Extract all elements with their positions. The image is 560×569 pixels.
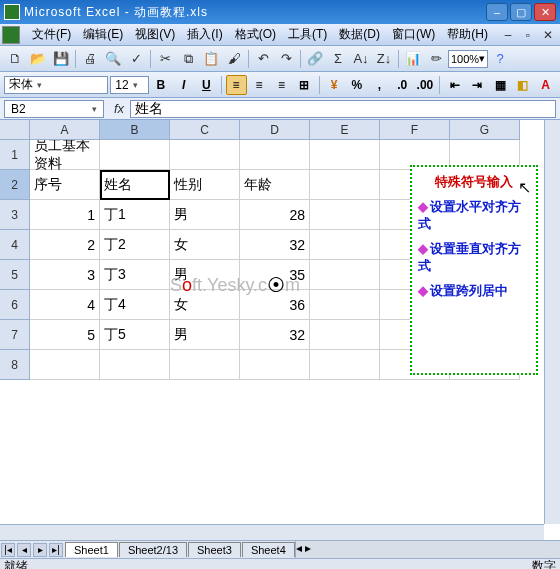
tab-nav-last[interactable]: ▸| <box>49 543 63 557</box>
spell-button[interactable]: ✓ <box>125 49 147 69</box>
cell-D5[interactable]: 35 <box>240 260 310 290</box>
font-color-button[interactable]: A <box>535 75 556 95</box>
align-right-button[interactable]: ≡ <box>271 75 292 95</box>
menu-help[interactable]: 帮助(H) <box>441 24 494 45</box>
autosum-button[interactable]: Σ <box>327 49 349 69</box>
cell-A4[interactable]: 2 <box>30 230 100 260</box>
hyperlink-button[interactable]: 🔗 <box>304 49 326 69</box>
vertical-scrollbar[interactable] <box>544 120 560 524</box>
cell-B5[interactable]: 丁3 <box>100 260 170 290</box>
select-all-corner[interactable] <box>0 120 30 140</box>
format-painter-button[interactable]: 🖌 <box>223 49 245 69</box>
cell-C4[interactable]: 女 <box>170 230 240 260</box>
row-header-6[interactable]: 6 <box>0 290 30 320</box>
col-header-G[interactable]: G <box>450 120 520 140</box>
help-button[interactable]: ? <box>489 49 511 69</box>
cell-D4[interactable]: 32 <box>240 230 310 260</box>
comma-button[interactable]: , <box>369 75 390 95</box>
cell-B4[interactable]: 丁2 <box>100 230 170 260</box>
fill-color-button[interactable]: ◧ <box>512 75 533 95</box>
cell-A1[interactable]: 员工基本资料 <box>30 140 100 170</box>
cell-A2[interactable]: 序号 <box>30 170 100 200</box>
cell-B8[interactable] <box>100 350 170 380</box>
cell-E5[interactable] <box>310 260 380 290</box>
col-header-F[interactable]: F <box>380 120 450 140</box>
zoom-combo[interactable]: 100% ▾ <box>448 50 488 68</box>
redo-button[interactable]: ↷ <box>275 49 297 69</box>
name-box[interactable]: B2▾ <box>4 100 104 118</box>
col-header-A[interactable]: A <box>30 120 100 140</box>
undo-button[interactable]: ↶ <box>252 49 274 69</box>
cell-B3[interactable]: 丁1 <box>100 200 170 230</box>
cut-button[interactable]: ✂ <box>154 49 176 69</box>
font-name-combo[interactable]: 宋体▾ <box>4 76 108 94</box>
tab-nav-next[interactable]: ▸ <box>33 543 47 557</box>
cell-D2[interactable]: 年龄 <box>240 170 310 200</box>
percent-button[interactable]: % <box>346 75 367 95</box>
cell-C1[interactable] <box>170 140 240 170</box>
menu-insert[interactable]: 插入(I) <box>181 24 228 45</box>
sort-desc-button[interactable]: Z↓ <box>373 49 395 69</box>
paste-button[interactable]: 📋 <box>200 49 222 69</box>
row-header-2[interactable]: 2 <box>0 170 30 200</box>
menu-file[interactable]: 文件(F) <box>26 24 77 45</box>
cell-B6[interactable]: 丁4 <box>100 290 170 320</box>
decrease-indent-button[interactable]: ⇤ <box>444 75 465 95</box>
sheet-tab[interactable]: Sheet4 <box>242 542 295 557</box>
cell-D6[interactable]: 36 <box>240 290 310 320</box>
preview-button[interactable]: 🔍 <box>102 49 124 69</box>
cell-E1[interactable] <box>310 140 380 170</box>
cell-D3[interactable]: 28 <box>240 200 310 230</box>
sheet-tab[interactable]: Sheet2/13 <box>119 542 187 557</box>
doc-close-button[interactable]: ✕ <box>538 28 558 42</box>
cell-grid[interactable]: 员工基本资料序号姓名性别年龄1丁1男282丁2女323丁3男354丁4女365丁… <box>30 140 544 524</box>
chart-button[interactable]: 📊 <box>402 49 424 69</box>
sort-asc-button[interactable]: A↓ <box>350 49 372 69</box>
tab-nav-first[interactable]: |◂ <box>1 543 15 557</box>
underline-button[interactable]: U <box>196 75 217 95</box>
formula-input[interactable]: 姓名 <box>130 100 556 118</box>
fx-icon[interactable]: fx <box>108 101 130 116</box>
close-button[interactable]: ✕ <box>534 3 556 21</box>
doc-icon[interactable] <box>2 26 20 44</box>
doc-minimize-button[interactable]: – <box>498 28 518 42</box>
sheet-tab[interactable]: Sheet3 <box>188 542 241 557</box>
cell-C2[interactable]: 性别 <box>170 170 240 200</box>
menu-window[interactable]: 窗口(W) <box>386 24 441 45</box>
increase-indent-button[interactable]: ⇥ <box>467 75 488 95</box>
cell-A6[interactable]: 4 <box>30 290 100 320</box>
sheet-tab[interactable]: Sheet1 <box>65 542 118 557</box>
cell-D1[interactable] <box>240 140 310 170</box>
new-button[interactable]: 🗋 <box>4 49 26 69</box>
bold-button[interactable]: B <box>151 75 172 95</box>
cell-D7[interactable]: 32 <box>240 320 310 350</box>
decrease-decimal-button[interactable]: .00 <box>415 75 436 95</box>
menu-tools[interactable]: 工具(T) <box>282 24 333 45</box>
row-header-4[interactable]: 4 <box>0 230 30 260</box>
col-header-D[interactable]: D <box>240 120 310 140</box>
cell-C6[interactable]: 女 <box>170 290 240 320</box>
cell-C3[interactable]: 男 <box>170 200 240 230</box>
currency-button[interactable]: ¥ <box>324 75 345 95</box>
col-header-B[interactable]: B <box>100 120 170 140</box>
cell-E8[interactable] <box>310 350 380 380</box>
menu-view[interactable]: 视图(V) <box>129 24 181 45</box>
cell-C5[interactable]: 男 <box>170 260 240 290</box>
row-header-7[interactable]: 7 <box>0 320 30 350</box>
align-center-button[interactable]: ≡ <box>249 75 270 95</box>
merge-center-button[interactable]: ⊞ <box>294 75 315 95</box>
print-button[interactable]: 🖨 <box>79 49 101 69</box>
doc-restore-button[interactable]: ▫ <box>518 28 538 42</box>
cell-A8[interactable] <box>30 350 100 380</box>
cell-E2[interactable] <box>310 170 380 200</box>
cell-A5[interactable]: 3 <box>30 260 100 290</box>
cell-C8[interactable] <box>170 350 240 380</box>
minimize-button[interactable]: – <box>486 3 508 21</box>
row-header-5[interactable]: 5 <box>0 260 30 290</box>
cell-E7[interactable] <box>310 320 380 350</box>
cell-D8[interactable] <box>240 350 310 380</box>
save-button[interactable]: 💾 <box>50 49 72 69</box>
horizontal-scrollbar[interactable]: ◂ ▸ <box>295 541 560 558</box>
increase-decimal-button[interactable]: .0 <box>392 75 413 95</box>
cell-B1[interactable] <box>100 140 170 170</box>
